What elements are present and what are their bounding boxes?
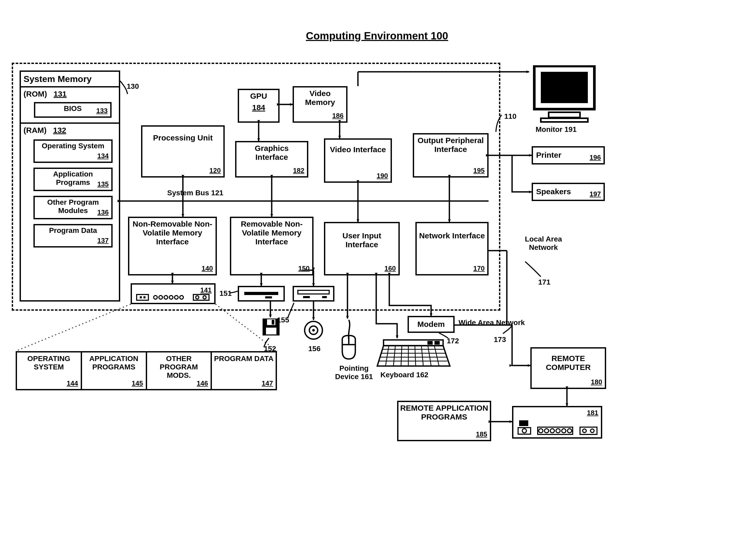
- remote-apps-label: REMOTE APPLICATION PROGRAMS: [400, 404, 488, 421]
- ram-item: Application Programs135: [34, 167, 113, 191]
- remote-apps: REMOTE APPLICATION PROGRAMS 185: [397, 401, 491, 441]
- svg-point-27: [312, 329, 315, 332]
- svg-rect-18: [298, 290, 329, 294]
- diagram-title: Computing Environment 100: [0, 30, 754, 42]
- svg-point-8: [159, 296, 162, 299]
- ram-ref: 132: [53, 126, 66, 135]
- processing-unit-ref: 120: [210, 166, 221, 175]
- svg-rect-5: [140, 296, 142, 298]
- svg-point-48: [522, 429, 526, 433]
- output-peripheral-interface: Output Peripheral Interface 195: [413, 133, 488, 178]
- hdd-content-cell: OTHER PROGRAM MODS.146: [147, 353, 212, 389]
- ram-item-label: Program Data: [36, 226, 110, 235]
- svg-point-15: [203, 296, 206, 299]
- removable-label: Removable Non-Volatile Memory Interface: [233, 220, 311, 246]
- output-periph-label: Output Peripheral Interface: [416, 136, 486, 154]
- svg-rect-19: [303, 296, 310, 298]
- bios-label: BIOS: [64, 104, 81, 113]
- lan-ref: 171: [538, 278, 550, 286]
- wan-ref: 173: [494, 336, 506, 344]
- remote-computer: REMOTE COMPUTER 180: [530, 347, 606, 389]
- ram-item: Program Data137: [34, 224, 113, 247]
- keyboard-label: Keyboard 162: [381, 371, 428, 379]
- nonremovable-label: Non-Removable Non-Volatile Memory Interf…: [131, 220, 214, 246]
- svg-point-51: [550, 429, 555, 433]
- hdd-contents: OPERATING SYSTEM144APPLICATION PROGRAMS1…: [16, 351, 277, 390]
- removable-ref: 150: [298, 264, 310, 273]
- svg-rect-1: [541, 72, 588, 103]
- monitor-label: Monitor 191: [536, 125, 577, 134]
- speakers-label: Speakers: [536, 187, 571, 196]
- printer-label: Printer: [536, 151, 561, 159]
- processing-unit: Processing Unit 120: [141, 125, 225, 178]
- mouse-icon: [337, 319, 361, 361]
- network-interface: Network Interface 170: [415, 222, 488, 276]
- hdd-content-ref: 146: [197, 379, 208, 387]
- output-periph-ref: 195: [473, 166, 485, 175]
- svg-point-53: [562, 429, 566, 433]
- svg-rect-32: [434, 341, 440, 345]
- keyboard-icon: [376, 339, 451, 370]
- gpu-label: GPU: [240, 92, 277, 101]
- video-interface-label: Video Interface: [327, 145, 389, 154]
- system-memory-header: System Memory: [21, 72, 119, 87]
- rom-label: (ROM): [23, 89, 47, 98]
- printer-ref: 196: [589, 154, 601, 162]
- svg-rect-3: [541, 118, 588, 122]
- svg-rect-16: [244, 292, 278, 295]
- floppy-drive-icon: [238, 286, 285, 302]
- ram-item-ref: 136: [97, 208, 109, 216]
- remote-computer-label: REMOTE COMPUTER: [533, 354, 603, 372]
- hdd-content-label: OTHER PROGRAM MODS.: [149, 355, 209, 380]
- gpu: GPU 184: [238, 89, 279, 123]
- speakers: Speakers 197: [532, 183, 605, 201]
- user-input-ref: 160: [385, 264, 396, 273]
- svg-point-12: [180, 296, 183, 299]
- system-bus-label: System Bus 121: [167, 189, 224, 197]
- cd-drive-icon: [293, 286, 334, 302]
- nonremovable-mem-if: Non-Removable Non-Volatile Memory Interf…: [128, 217, 217, 276]
- hdd-content-label: OPERATING SYSTEM: [19, 355, 79, 371]
- ram-item-label: Operating System: [36, 142, 110, 150]
- floppy-drive-ref: 151: [219, 289, 232, 298]
- svg-rect-24: [266, 328, 276, 335]
- svg-rect-17: [265, 296, 272, 298]
- ram-item: Other Program Modules136: [34, 196, 113, 219]
- processing-unit-label: Processing Unit: [144, 134, 222, 142]
- svg-rect-4: [137, 295, 149, 300]
- lan-label: Local Area Network: [509, 235, 577, 252]
- network-if-ref: 170: [473, 264, 485, 273]
- svg-rect-30: [384, 340, 443, 346]
- svg-point-9: [164, 296, 168, 299]
- speakers-ref: 197: [589, 190, 601, 198]
- hdd-content-cell: APPLICATION PROGRAMS145: [82, 353, 147, 389]
- video-interface: Video Interface 190: [324, 138, 392, 183]
- remote-computer-ref: 180: [591, 378, 602, 386]
- monitor-icon: [530, 65, 598, 123]
- svg-rect-6: [143, 296, 146, 298]
- nonremovable-ref: 140: [202, 264, 213, 273]
- ram-item-ref: 137: [97, 237, 109, 245]
- video-memory-label: Video Memory: [295, 89, 345, 107]
- floppy-disk-icon: [261, 317, 282, 339]
- svg-point-49: [539, 429, 543, 433]
- system-memory-ref: 130: [127, 82, 139, 91]
- hdd-content-cell: OPERATING SYSTEM144: [17, 353, 82, 389]
- hdd-content-ref: 145: [132, 379, 143, 387]
- svg-point-10: [169, 296, 173, 299]
- ram-item-ref: 135: [97, 180, 109, 188]
- svg-point-54: [567, 429, 572, 433]
- svg-rect-23: [272, 320, 274, 324]
- video-memory: Video Memory 186: [293, 86, 347, 123]
- user-input-interface: User Input Interface 160: [324, 222, 400, 276]
- svg-point-57: [583, 429, 586, 433]
- svg-line-88: [16, 304, 131, 351]
- gpu-ref: 184: [240, 103, 277, 112]
- cd-icon: [303, 320, 324, 342]
- video-memory-ref: 186: [332, 112, 344, 120]
- printer: Printer 196: [532, 146, 605, 164]
- rom-ref: 131: [54, 89, 66, 98]
- pointing-device-label: Pointing Device 161: [330, 364, 378, 381]
- svg-point-14: [196, 296, 199, 299]
- svg-rect-20: [322, 296, 327, 298]
